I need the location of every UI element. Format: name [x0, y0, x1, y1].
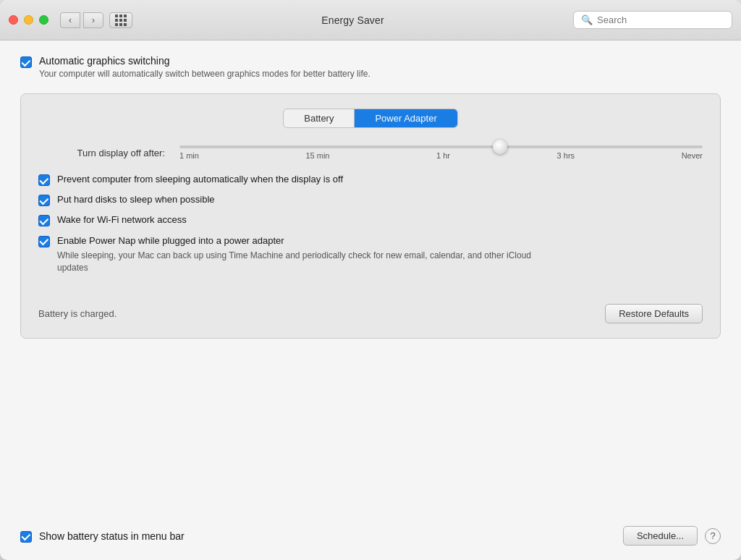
auto-graphics-title: Automatic graphics switching — [39, 55, 370, 67]
maximize-button[interactable] — [39, 15, 48, 25]
forward-button[interactable]: › — [83, 12, 103, 28]
search-box[interactable]: 🔍 — [573, 11, 732, 29]
back-button[interactable]: ‹ — [60, 12, 80, 28]
wifi-text: Wake for Wi-Fi network access — [57, 213, 187, 226]
titlebar: ‹ › Energy Saver 🔍 — [0, 0, 741, 41]
bottom-right: Schedule... ? — [623, 526, 721, 546]
app-grid-button[interactable] — [109, 12, 132, 28]
tick-15min: 15 min — [305, 151, 329, 160]
tab-battery[interactable]: Battery — [284, 109, 355, 127]
checkbox-row-power-nap: Enable Power Nap while plugged into a po… — [38, 234, 703, 274]
checkbox-row-prevent-sleep: Prevent computer from sleeping automatic… — [38, 173, 703, 186]
panel-footer: Battery is charged. Restore Defaults — [38, 295, 703, 323]
auto-graphics-description: Your computer will automatically switch … — [39, 69, 370, 79]
hard-disks-checkbox[interactable] — [38, 195, 50, 206]
tick-1min: 1 min — [179, 151, 199, 160]
auto-graphics-checkbox[interactable] — [20, 56, 32, 68]
schedule-button[interactable]: Schedule... — [623, 526, 698, 546]
display-off-slider[interactable] — [179, 145, 703, 148]
traffic-lights — [9, 15, 48, 25]
tab-panel: Battery Power Adapter Turn display off a… — [20, 93, 721, 339]
prevent-sleep-checkbox[interactable] — [38, 174, 50, 186]
slider-label: Turn display off after: — [38, 148, 165, 158]
tick-1hr: 1 hr — [436, 151, 450, 160]
auto-graphics-row: Automatic graphics switching Your comput… — [20, 55, 721, 79]
tab-buttons: Battery Power Adapter — [38, 109, 703, 128]
show-battery-checkbox[interactable] — [20, 531, 32, 543]
power-nap-checkbox[interactable] — [38, 236, 50, 247]
hard-disks-text: Put hard disks to sleep when possible — [57, 193, 215, 206]
grid-icon — [115, 14, 127, 26]
main-content: Automatic graphics switching Your comput… — [0, 41, 741, 514]
tick-3hrs: 3 hrs — [557, 151, 575, 160]
show-battery-row: Show battery status in menu bar — [20, 530, 185, 543]
wifi-checkbox[interactable] — [38, 215, 50, 226]
tick-never: Never — [682, 151, 703, 160]
tab-power-adapter[interactable]: Power Adapter — [355, 109, 457, 127]
checkbox-row-wifi: Wake for Wi-Fi network access — [38, 213, 703, 226]
power-nap-sub: While sleeping, your Mac can back up usi… — [57, 250, 564, 274]
tab-group: Battery Power Adapter — [283, 109, 457, 128]
auto-graphics-text: Automatic graphics switching Your comput… — [39, 55, 370, 79]
checkbox-row-hard-disks: Put hard disks to sleep when possible — [38, 193, 703, 206]
prevent-sleep-label: Prevent computer from sleeping automatic… — [57, 173, 343, 186]
nav-buttons: ‹ › — [60, 12, 103, 28]
tick-labels: 1 min 15 min 1 hr 3 hrs Never — [179, 151, 703, 160]
slider-wrapper: 1 min 15 min 1 hr 3 hrs Never — [179, 145, 703, 160]
minimize-button[interactable] — [24, 15, 33, 25]
checkboxes-section: Prevent computer from sleeping automatic… — [38, 173, 703, 273]
slider-row: Turn display off after: 1 min 15 min 1 h… — [38, 145, 703, 160]
wifi-label: Wake for Wi-Fi network access — [57, 213, 187, 226]
window-title: Energy Saver — [132, 14, 573, 26]
prevent-sleep-text: Prevent computer from sleeping automatic… — [57, 173, 343, 186]
battery-status: Battery is charged. — [38, 308, 117, 319]
search-icon: 🔍 — [581, 14, 593, 25]
show-battery-label: Show battery status in menu bar — [39, 530, 185, 542]
window: ‹ › Energy Saver 🔍 Automatic graphics sw… — [0, 0, 741, 560]
search-input[interactable] — [597, 14, 724, 25]
restore-defaults-button[interactable]: Restore Defaults — [605, 304, 703, 323]
hard-disks-label: Put hard disks to sleep when possible — [57, 193, 215, 206]
power-nap-text: Enable Power Nap while plugged into a po… — [57, 234, 564, 274]
help-button[interactable]: ? — [705, 528, 721, 544]
bottom-bar: Show battery status in menu bar Schedule… — [0, 514, 741, 560]
power-nap-label: Enable Power Nap while plugged into a po… — [57, 234, 564, 247]
close-button[interactable] — [9, 15, 18, 25]
